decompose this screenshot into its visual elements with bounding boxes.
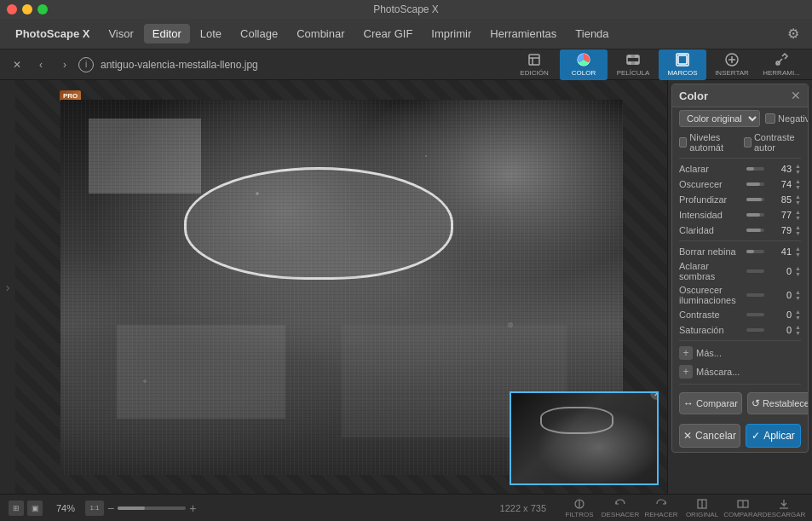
color-panel-close-button[interactable]: ✕ [791,89,801,102]
menu-item-lote[interactable]: Lote [192,24,230,43]
color-original-row: Color original Negativo [672,107,808,130]
maximize-window-button[interactable] [37,4,48,14]
window-title: PhotoScape X [373,3,439,15]
deshacer-button[interactable]: DESHACER [601,495,640,521]
zoom-minus-icon[interactable]: − [107,501,114,515]
oscurecer-slider[interactable] [746,182,764,186]
profundizar-slider[interactable] [746,198,764,201]
restablecer-icon: ↺ [752,397,760,409]
minimize-window-button[interactable] [22,4,32,14]
menu-item-collage[interactable]: Collage [232,24,286,43]
contraste-auto-checkbox-wrap[interactable]: Contraste autor [744,132,801,153]
profundizar-value: 85 [768,194,792,205]
close-window-button[interactable] [7,4,17,14]
tab-color[interactable]: COLOR [560,49,608,80]
saturacion-spinner[interactable]: ▲▼ [795,324,801,336]
tab-pelicula-label: PELÍCULA [617,69,650,77]
tab-edicion[interactable]: EDICIÓN [510,49,558,80]
preview-thumbnail[interactable]: ✕ [510,391,659,485]
expand-left-button[interactable]: › [6,281,10,294]
grid-view-icon[interactable]: ⊞ [9,501,24,516]
borrar-nebina-spinner[interactable]: ▲▼ [795,246,801,258]
titlebar: PhotoScape X [0,0,812,19]
oscurecer-value: 74 [768,179,792,189]
color-mode-select[interactable]: Color original [679,110,760,127]
bottom-actions: ✕ Cancelar ✓ Aplicar [672,420,808,452]
aplicar-button[interactable]: ✓ Aplicar [746,424,801,448]
zoom-plus-icon[interactable]: + [189,501,196,515]
tab-color-label: COLOR [572,69,596,77]
svg-rect-12 [678,55,687,64]
descargar-button[interactable]: DESCARGAR [764,495,803,521]
menubar: PhotoScape X Visor Editor Lote Collage C… [0,19,812,49]
intensidad-slider[interactable] [746,213,764,217]
rehacer-button[interactable]: REHACER [642,495,681,521]
comparar-button[interactable]: ↔ Comparar [679,392,742,414]
tab-marcos[interactable]: MARCOS [659,49,706,80]
mascara-button[interactable]: + Máscara... [672,362,808,381]
mas-plus-icon: + [679,346,693,360]
zoom-value: 74% [56,503,82,513]
saturacion-slider[interactable] [746,328,764,332]
tab-herrami[interactable]: HERRAMI... [757,49,805,80]
slider-profundizar: Profundizar 85 ▲▼ [672,192,808,207]
aclarar-slider[interactable] [746,167,764,171]
menu-item-visor[interactable]: Visor [100,24,141,43]
cancelar-label: Cancelar [695,430,736,442]
comparar-bottom-button[interactable]: COMPARAR [723,495,763,521]
claridad-spinner[interactable]: ▲▼ [795,224,801,236]
negativo-checkbox-wrap[interactable]: Negativo [765,113,809,124]
zoom-1to1-button[interactable]: 1:1 [85,501,104,516]
tab-herrami-label: HERRAMI... [763,69,800,77]
menu-item-brand[interactable]: PhotoScape X [7,24,98,43]
mas-button[interactable]: + Más... [672,344,808,362]
menu-item-combinar[interactable]: Combinar [288,24,353,43]
aclarar-spinner[interactable]: ▲▼ [795,163,801,175]
aclarar-sombras-value: 0 [768,266,792,276]
tab-edicion-label: EDICIÓN [520,69,548,77]
niveles-checkbox[interactable] [679,137,687,148]
niveles-checkbox-wrap[interactable]: Niveles automát [679,132,739,153]
intensidad-spinner[interactable]: ▲▼ [795,209,801,221]
divider-3 [679,340,801,341]
profundizar-spinner[interactable]: ▲▼ [795,194,801,206]
contraste-auto-checkbox[interactable] [744,137,752,148]
oscurecer-spinner[interactable]: ▲▼ [795,178,801,190]
cancelar-button[interactable]: ✕ Cancelar [679,424,740,448]
canvas-area: PRO ✕ [15,80,667,494]
saturacion-value: 0 [768,325,792,335]
filtros-button[interactable]: FILTROS [560,495,599,521]
contraste-slider[interactable] [746,313,764,316]
slider-contraste: Contraste 0 ▲▼ [672,307,808,322]
tab-pelicula[interactable]: PELÍCULA [609,49,657,80]
tab-marcos-label: MARCOS [667,69,697,77]
negativo-checkbox[interactable] [765,113,775,124]
aclarar-sombras-slider[interactable] [746,269,764,273]
negativo-label: Negativo [778,113,809,124]
color-panel-header: Color ✕ [672,84,808,107]
borrar-nebina-label: Borrar nebina [679,246,743,257]
close-file-button[interactable]: ✕ [7,55,27,75]
aclarar-sombras-spinner[interactable]: ▲▼ [795,265,801,277]
borrar-nebina-slider[interactable] [746,250,764,253]
contraste-spinner[interactable]: ▲▼ [795,309,801,321]
image-view-icon[interactable]: ▣ [27,501,43,516]
zoom-slider[interactable] [118,507,186,510]
restablecer-button[interactable]: ↺ Restablecer [747,392,809,414]
forward-button[interactable]: › [55,55,75,75]
claridad-slider[interactable] [746,229,764,232]
menu-item-tienda[interactable]: Tienda [567,24,617,43]
tab-insertar[interactable]: INSERTAR [708,49,756,80]
menu-item-crear-gif[interactable]: Crear GIF [355,24,422,43]
menu-item-imprimir[interactable]: Imprimir [423,24,480,43]
info-button[interactable]: i [78,57,94,72]
menu-item-editor[interactable]: Editor [144,24,190,43]
oscurecer-iluminaciones-slider[interactable] [746,293,764,297]
settings-icon[interactable]: ⚙ [781,22,805,46]
original-button[interactable]: ORIGINAL [682,495,722,521]
zoom-controls: 74% 1:1 − + [56,501,196,516]
panel-footer-1: ↔ Comparar ↺ Restablecer [672,387,808,420]
menu-item-herramientas[interactable]: Herramientas [481,24,565,43]
back-button[interactable]: ‹ [31,55,51,75]
oscurecer-iluminaciones-spinner[interactable]: ▲▼ [795,289,801,301]
